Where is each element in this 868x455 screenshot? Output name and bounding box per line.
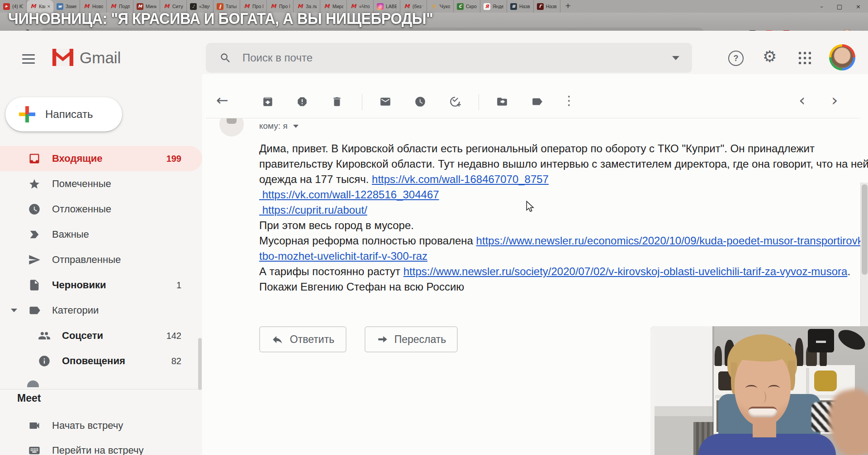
newer-email-icon[interactable]: ‹ xyxy=(799,92,805,108)
back-arrow-icon[interactable]: ← xyxy=(216,93,228,108)
restore-icon[interactable]: □ xyxy=(837,4,842,9)
email-text-line: А тарифы постоянно растут https://www.ne… xyxy=(259,264,868,279)
hamburger-menu-icon[interactable] xyxy=(22,52,35,66)
search-bar[interactable]: Поиск в почте xyxy=(206,43,692,73)
close-icon[interactable]: × xyxy=(856,4,861,9)
gmail-favicon-icon: M xyxy=(350,3,357,10)
account-avatar[interactable] xyxy=(829,44,855,70)
clock-icon xyxy=(28,203,41,216)
delete-trash-icon[interactable] xyxy=(331,96,343,108)
sidebar-item-social[interactable]: Соцсети 142 xyxy=(0,323,202,348)
sidebar-item-join-meeting[interactable]: Перейти на встречу xyxy=(0,438,202,455)
send-icon xyxy=(28,253,41,266)
draft-file-icon xyxy=(28,279,41,291)
compose-button[interactable]: Написать xyxy=(5,97,122,131)
email-link[interactable]: https://vk.com/wall-1228516_304467 xyxy=(259,188,439,201)
sender-avatar[interactable] xyxy=(219,118,245,137)
recipient-text: кому: я xyxy=(259,121,288,131)
snooze-clock-icon[interactable] xyxy=(414,96,426,108)
sidebar-item-important[interactable]: Важные xyxy=(0,222,202,247)
window-controls: – □ × xyxy=(813,0,868,13)
toolbar-divider xyxy=(479,94,479,110)
settings-gear-icon[interactable]: ⚙ xyxy=(763,49,777,65)
sidebar-scrollbar-thumb[interactable] xyxy=(198,338,202,390)
sidebar-item-snoozed[interactable]: Отложенные xyxy=(0,197,202,222)
add-to-tasks-icon[interactable] xyxy=(449,96,461,108)
email-text-line: При этом весь город в мусоре. xyxy=(259,218,868,233)
browser-tab[interactable]: ≡Назва xyxy=(507,0,534,13)
sidebar-item-starred[interactable]: Помеченные xyxy=(0,171,202,197)
report-spam-icon[interactable] xyxy=(296,96,308,108)
tab-label: Назва xyxy=(519,4,530,9)
tag-icon xyxy=(28,304,41,317)
vk-favicon-icon: w xyxy=(57,3,63,10)
tab-label: «Звуч xyxy=(199,4,210,9)
email-link[interactable]: https://cuprit.ru/about/ xyxy=(259,204,367,216)
mark-unread-icon[interactable] xyxy=(379,96,391,108)
sidebar-item-new-meeting[interactable]: Начать встречу xyxy=(0,413,202,438)
email-text-line: одежда на 177 тысяч. https://vk.com/wall… xyxy=(259,172,868,187)
search-icon[interactable] xyxy=(219,52,232,64)
page-scrollbar-thumb[interactable] xyxy=(862,184,868,275)
new-tab-button[interactable]: + xyxy=(565,2,571,13)
tab-label: Яндекс xyxy=(493,4,503,9)
email-link[interactable]: https://www.newsler.ru/economics/2020/10… xyxy=(476,235,868,247)
minimize-icon[interactable]: – xyxy=(820,4,823,9)
gmail-favicon-icon: M xyxy=(403,3,410,10)
reply-label: Ответить xyxy=(290,333,334,346)
browser-tab[interactable]: ГНазва xyxy=(534,0,560,13)
tab-label: Замест xyxy=(66,4,76,9)
mouse-cursor xyxy=(525,201,536,213)
sidebar-item-inbox[interactable]: Входящие 199 xyxy=(0,146,202,171)
gmail-favicon-icon: M xyxy=(30,3,37,10)
gmail-favicon-icon: M xyxy=(163,3,170,10)
tab-close-icon[interactable]: × xyxy=(47,4,50,9)
email-text-line: Мусорная реформа полностью провалена htt… xyxy=(259,233,868,249)
sidebar-item-label: Черновики xyxy=(52,279,106,291)
sidebar-item-label: Отложенные xyxy=(52,203,111,215)
sidebar-item-drafts[interactable]: Черновики 1 xyxy=(0,272,202,298)
sidebar-item-updates[interactable]: Оповещения 82 xyxy=(0,348,202,374)
archive-icon[interactable] xyxy=(262,96,274,108)
recipient-line[interactable]: кому: я xyxy=(259,121,299,131)
tab-label: LABELC xyxy=(386,4,397,9)
tab-label: За лич xyxy=(306,4,317,9)
email-link[interactable]: https://www.newsler.ru/society/2020/07/0… xyxy=(403,265,848,277)
more-options-icon[interactable]: ⋮ xyxy=(563,94,575,107)
search-options-caret-icon[interactable] xyxy=(672,56,679,60)
email-text-line: правительству Кировской области. Тут нед… xyxy=(259,156,868,172)
browser-tab[interactable]: ЯЯндекс xyxy=(480,0,507,13)
star-icon xyxy=(28,178,41,190)
help-icon[interactable]: ? xyxy=(728,51,744,66)
sidebar-item-categories[interactable]: Категории xyxy=(0,298,202,323)
important-marker-icon xyxy=(28,228,41,241)
older-email-icon[interactable]: › xyxy=(831,92,838,108)
email-link[interactable]: tbo-mozhet-uvelichit-tarif-v-300-raz xyxy=(259,250,427,262)
forward-button[interactable]: Переслать xyxy=(365,326,458,352)
video-overlay-title: ЧИНОВНИЦА: "Я КРАСИВА И БОГАТА, А ВЫ НИЩ… xyxy=(8,9,433,28)
people-icon xyxy=(38,329,51,342)
sidebar-item-label: Соцсети xyxy=(62,330,103,342)
email-text-line: Покажи Евгению Стефан на всю Россию xyxy=(259,279,868,295)
reply-button[interactable]: Ответить xyxy=(259,326,346,352)
screen: ▶(4) Юл MКак× wЗамест MНовост MПодпи ММи… xyxy=(0,0,868,455)
tab-label: Про П xyxy=(279,4,290,9)
recipient-details-caret-icon[interactable] xyxy=(293,125,299,128)
label-icon[interactable] xyxy=(531,96,543,108)
browser-tab[interactable]: ССкром xyxy=(454,0,480,13)
sidebar-item-sent[interactable]: Отправленные xyxy=(0,247,202,272)
unread-count: 1 xyxy=(176,280,181,291)
email-text-line: https://vk.com/wall-1228516_304467 xyxy=(259,187,868,202)
youtube-favicon-icon: ▶ xyxy=(3,3,10,10)
video-camera-icon xyxy=(28,419,41,432)
gmail-logo-icon xyxy=(51,48,75,67)
sidebar-item-label: Начать встречу xyxy=(52,420,123,432)
email-link[interactable]: https://vk.com/wall-168467070_8757 xyxy=(372,173,549,185)
collapse-caret-icon[interactable] xyxy=(11,309,17,312)
keyboard-icon xyxy=(28,444,41,455)
unread-count: 199 xyxy=(166,154,181,164)
move-to-folder-icon[interactable] xyxy=(496,96,508,108)
toolbar-divider xyxy=(362,94,362,110)
google-apps-grid-icon[interactable] xyxy=(798,51,811,64)
email-text-line: https://cuprit.ru/about/ xyxy=(259,202,868,218)
